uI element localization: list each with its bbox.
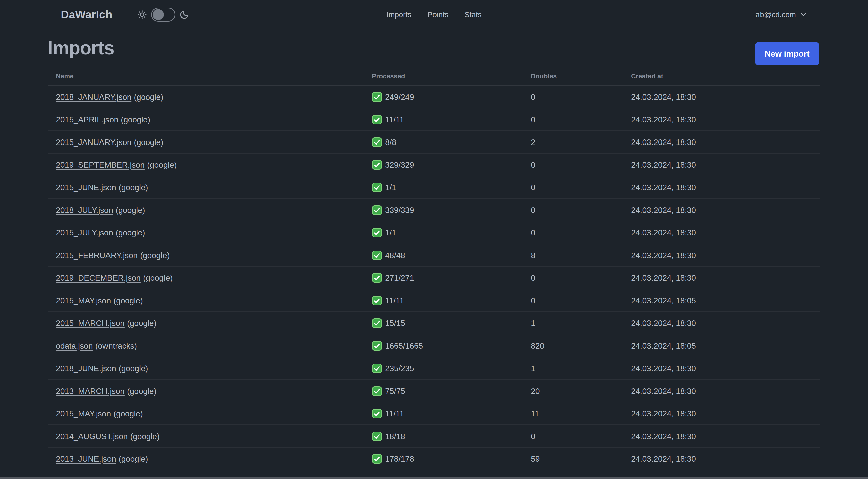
window-bottom-edge — [0, 478, 868, 479]
page-title: Imports — [48, 37, 114, 59]
processed-count: 271/271 — [385, 273, 414, 283]
created-at-cell: 24.03.2024, 18:30 — [631, 402, 696, 425]
file-link[interactable]: 2014_AUGUST.json — [56, 432, 128, 441]
check-emoji-icon — [372, 386, 382, 396]
file-link[interactable]: 2013_JUNE.json — [56, 454, 116, 464]
nav-item-points[interactable]: Points — [428, 10, 448, 19]
file-source: (google) — [119, 364, 148, 373]
created-at-cell: 24.03.2024, 18:30 — [631, 221, 696, 244]
created-at-cell: 24.03.2024, 18:30 — [631, 199, 696, 221]
processed-cell: 11/11 — [372, 289, 404, 312]
file-link[interactable]: 2018_JANUARY.json — [56, 92, 131, 102]
file-source: (google) — [119, 454, 148, 464]
name-cell: odata.json (owntracks) — [56, 334, 137, 357]
check-emoji-icon — [372, 431, 382, 441]
doubles-cell: 8 — [531, 244, 535, 267]
processed-count: 48/48 — [385, 251, 405, 260]
file-link[interactable]: 2015_FEBRUARY.json — [56, 251, 137, 260]
table-row: 2014_AUGUST.json (google) 18/18 0 24.03.… — [48, 425, 820, 448]
processed-cell: 178/178 — [372, 448, 414, 470]
file-source: (google) — [127, 319, 156, 328]
file-source: (google) — [119, 183, 148, 192]
created-at-cell: 24.03.2024, 18:30 — [631, 380, 696, 402]
file-source: (google) — [113, 296, 143, 305]
table-row: 2018_JULY.json (google) 339/339 0 24.03.… — [48, 199, 820, 221]
doubles-cell: 820 — [531, 334, 544, 357]
doubles-cell: 0 — [531, 221, 535, 244]
check-emoji-icon — [372, 182, 382, 192]
check-emoji-icon — [372, 341, 382, 351]
processed-cell: 18/18 — [372, 425, 405, 448]
file-link[interactable]: 2015_JANUARY.json — [56, 138, 131, 147]
check-emoji-icon — [372, 137, 382, 147]
check-emoji-icon — [372, 409, 382, 419]
file-link[interactable]: 2015_MARCH.json — [56, 319, 125, 328]
file-link[interactable]: 2019_SEPTEMBER.json — [56, 160, 145, 170]
table-row: 2015_FEBRUARY.json (google) 48/48 8 24.0… — [48, 244, 820, 267]
name-cell: 2014_AUGUST.json (google) — [56, 425, 160, 448]
name-cell: 2019_DECEMBER.json (google) — [56, 267, 173, 289]
processed-count: 8/8 — [385, 138, 396, 147]
file-link[interactable]: odata.json — [56, 341, 93, 351]
file-source: (google) — [143, 273, 173, 283]
processed-count: 18/18 — [385, 432, 405, 441]
table-row: 2015_MAY.json (google) 11/11 0 24.03.202… — [48, 289, 820, 312]
name-cell: 2018_JULY.json (google) — [56, 199, 145, 221]
check-emoji-icon — [372, 205, 382, 215]
created-at-cell: 24.03.2024, 18:30 — [631, 244, 696, 267]
check-emoji-icon — [372, 92, 382, 102]
file-link[interactable]: 2019_DECEMBER.json — [56, 273, 141, 283]
check-emoji-icon — [372, 160, 382, 170]
new-import-button[interactable]: New import — [755, 42, 819, 65]
processed-cell: 8/8 — [372, 131, 396, 154]
file-link[interactable]: 2015_APRIL.json — [56, 115, 118, 124]
table-row: 2015_JANUARY.json (google) 8/8 2 24.03.2… — [48, 131, 820, 154]
processed-cell: 1665/1665 — [372, 334, 423, 357]
user-menu[interactable]: ab@cd.com — [755, 0, 807, 29]
file-link[interactable]: 2018_JULY.json — [56, 206, 113, 215]
user-email: ab@cd.com — [755, 10, 796, 19]
processed-cell: 329/329 — [372, 154, 414, 176]
file-link[interactable]: 2015_MAY.json — [56, 296, 111, 305]
file-source: (google) — [121, 115, 150, 124]
file-link[interactable]: 2015_JUNE.json — [56, 183, 116, 192]
doubles-cell: 1 — [531, 357, 535, 380]
created-at-cell: 24.03.2024, 18:30 — [631, 425, 696, 448]
name-cell: 2018_JANUARY.json (google) — [56, 86, 163, 108]
table-row: 2019_DECEMBER.json (google) 271/271 0 24… — [48, 267, 820, 289]
doubles-cell: 0 — [531, 267, 535, 289]
nav-item-stats[interactable]: Stats — [465, 10, 482, 19]
table-row: 2018_JANUARY.json (google) 249/249 0 24.… — [48, 86, 820, 108]
check-emoji-icon — [372, 228, 382, 238]
doubles-cell: 20 — [531, 380, 540, 402]
file-link[interactable]: 2015_MAY.json — [56, 409, 111, 418]
table-row: 2015_JUNE.json (google) 1/1 0 24.03.2024… — [48, 176, 820, 199]
name-cell: 2015_APRIL.json (google) — [56, 108, 150, 131]
created-at-cell: 24.03.2024, 18:30 — [631, 267, 696, 289]
doubles-cell: 0 — [531, 108, 535, 131]
name-cell: 2015_MARCH.json (google) — [56, 312, 156, 334]
processed-count: 1/1 — [385, 183, 396, 192]
processed-cell: 339/339 — [372, 199, 414, 221]
file-link[interactable]: 2013_MARCH.json — [56, 387, 125, 396]
column-header-doubles: Doubles — [531, 67, 557, 86]
processed-count: 11/11 — [385, 115, 404, 124]
processed-count: 329/329 — [385, 160, 414, 170]
column-header-created-at: Created at — [631, 67, 663, 86]
processed-count: 249/249 — [385, 92, 414, 102]
table-row: 2018_JUNE.json (google) 235/235 1 24.03.… — [48, 357, 820, 380]
doubles-cell: 0 — [531, 289, 535, 312]
name-cell: 2015_JULY.json (google) — [56, 221, 145, 244]
file-link[interactable]: 2018_JUNE.json — [56, 364, 116, 373]
check-emoji-icon — [372, 363, 382, 373]
check-emoji-icon — [372, 454, 382, 464]
doubles-cell: 0 — [531, 154, 535, 176]
doubles-cell: 59 — [531, 448, 540, 470]
created-at-cell: 24.03.2024, 18:30 — [631, 86, 696, 108]
nav-item-imports[interactable]: Imports — [386, 10, 411, 19]
doubles-cell: 2 — [531, 131, 535, 154]
table-row: 2015_JULY.json (google) 1/1 0 24.03.2024… — [48, 221, 820, 244]
file-link[interactable]: 2015_JULY.json — [56, 228, 113, 238]
processed-count: 11/11 — [385, 409, 404, 418]
processed-count: 15/15 — [385, 319, 405, 328]
